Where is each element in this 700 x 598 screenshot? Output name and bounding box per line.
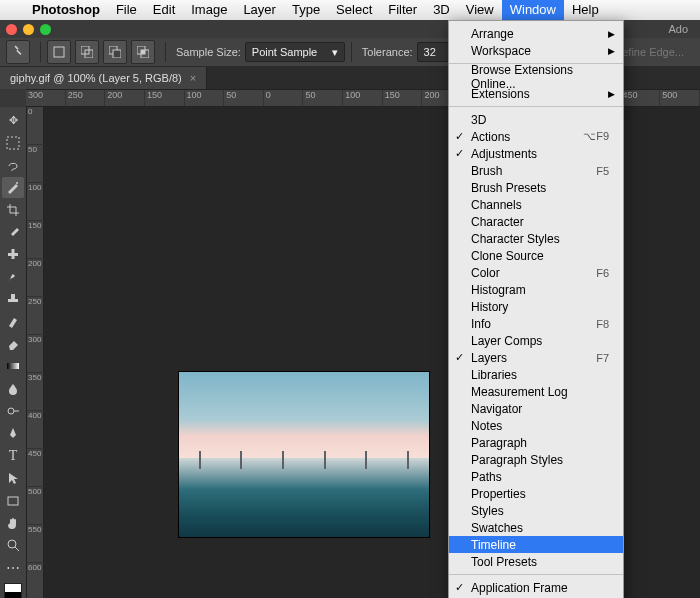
menu-item-brush-presets[interactable]: Brush Presets — [449, 179, 623, 196]
menu-item-paragraph[interactable]: Paragraph — [449, 434, 623, 451]
zoom-window-button[interactable] — [40, 24, 51, 35]
menu-select[interactable]: Select — [328, 0, 380, 20]
menu-item-tool-presets[interactable]: Tool Presets — [449, 553, 623, 570]
menu-shortcut: F7 — [596, 352, 609, 364]
sample-size-label: Sample Size: — [176, 46, 241, 58]
menu-item-application-frame[interactable]: ✓Application Frame — [449, 579, 623, 596]
menu-item-channels[interactable]: Channels — [449, 196, 623, 213]
edit-toolbar-icon[interactable]: ⋯ — [2, 558, 24, 578]
menu-item-label: Paths — [471, 470, 502, 484]
menu-filter[interactable]: Filter — [380, 0, 425, 20]
close-tab-icon[interactable]: × — [190, 72, 196, 84]
menu-item-label: Clone Source — [471, 249, 544, 263]
close-window-button[interactable] — [6, 24, 17, 35]
shape-tool-icon[interactable] — [2, 490, 24, 510]
stamp-tool-icon[interactable] — [2, 289, 24, 309]
intersect-selection-icon[interactable] — [131, 40, 155, 64]
menu-image[interactable]: Image — [183, 0, 235, 20]
menu-edit[interactable]: Edit — [145, 0, 183, 20]
menu-item-browse-extensions-online-[interactable]: Browse Extensions Online... — [449, 68, 623, 85]
color-swatch[interactable] — [4, 583, 22, 598]
menu-item-label: Channels — [471, 198, 522, 212]
eraser-tool-icon[interactable] — [2, 334, 24, 354]
subtract-selection-icon[interactable] — [103, 40, 127, 64]
menu-item-arrange[interactable]: Arrange — [449, 25, 623, 42]
menu-item-label: Extensions — [471, 87, 530, 101]
sample-size-select[interactable]: Point Sample▾ — [245, 42, 345, 62]
menu-item-label: Navigator — [471, 402, 522, 416]
menu-item-color[interactable]: ColorF6 — [449, 264, 623, 281]
tool-preset-icon[interactable] — [6, 40, 30, 64]
menu-item-libraries[interactable]: Libraries — [449, 366, 623, 383]
history-brush-icon[interactable] — [2, 311, 24, 331]
zoom-tool-icon[interactable] — [2, 535, 24, 555]
eyedropper-tool-icon[interactable] — [2, 222, 24, 242]
brush-tool-icon[interactable] — [2, 267, 24, 287]
menu-3d[interactable]: 3D — [425, 0, 458, 20]
gradient-tool-icon[interactable] — [2, 356, 24, 376]
menu-item-paragraph-styles[interactable]: Paragraph Styles — [449, 451, 623, 468]
menu-item-label: Arrange — [471, 27, 514, 41]
menu-item-properties[interactable]: Properties — [449, 485, 623, 502]
menu-item-info[interactable]: InfoF8 — [449, 315, 623, 332]
menu-layer[interactable]: Layer — [235, 0, 284, 20]
menu-window[interactable]: Window — [502, 0, 564, 20]
menu-item-workspace[interactable]: Workspace — [449, 42, 623, 59]
menu-shortcut: ⌥F9 — [583, 130, 609, 143]
menu-type[interactable]: Type — [284, 0, 328, 20]
path-select-tool-icon[interactable] — [2, 468, 24, 488]
menu-item-timeline[interactable]: Timeline — [449, 536, 623, 553]
menu-item-swatches[interactable]: Swatches — [449, 519, 623, 536]
menu-item-label: Actions — [471, 130, 510, 144]
menu-item-paths[interactable]: Paths — [449, 468, 623, 485]
lasso-tool-icon[interactable] — [2, 155, 24, 175]
menu-item-clone-source[interactable]: Clone Source — [449, 247, 623, 264]
hand-tool-icon[interactable] — [2, 513, 24, 533]
menu-item-notes[interactable]: Notes — [449, 417, 623, 434]
menu-item-adjustments[interactable]: ✓Adjustments — [449, 145, 623, 162]
menu-item-label: Character — [471, 215, 524, 229]
menu-item-actions[interactable]: ✓Actions⌥F9 — [449, 128, 623, 145]
menu-item-label: Swatches — [471, 521, 523, 535]
marquee-tool-icon[interactable] — [2, 132, 24, 152]
check-icon: ✓ — [455, 581, 464, 594]
crop-tool-icon[interactable] — [2, 200, 24, 220]
check-icon: ✓ — [455, 351, 464, 364]
menu-item-label: Application Frame — [471, 581, 568, 595]
ruler-tick: 450 — [27, 449, 45, 487]
ruler-tick: 300 — [26, 90, 66, 106]
app-menu[interactable]: Photoshop — [24, 0, 108, 20]
type-tool-icon[interactable]: T — [2, 446, 24, 466]
menu-item-histogram[interactable]: Histogram — [449, 281, 623, 298]
menu-help[interactable]: Help — [564, 0, 607, 20]
pen-tool-icon[interactable] — [2, 423, 24, 443]
ruler-tick: 200 — [27, 259, 45, 297]
healing-tool-icon[interactable] — [2, 244, 24, 264]
menu-item-extensions[interactable]: Extensions — [449, 85, 623, 102]
svg-rect-7 — [141, 50, 145, 54]
minimize-window-button[interactable] — [23, 24, 34, 35]
menu-item-layers[interactable]: ✓LayersF7 — [449, 349, 623, 366]
move-tool-icon[interactable]: ✥ — [2, 110, 24, 130]
add-selection-icon[interactable] — [75, 40, 99, 64]
menu-item-history[interactable]: History — [449, 298, 623, 315]
menu-separator — [449, 106, 623, 107]
blur-tool-icon[interactable] — [2, 379, 24, 399]
menu-item-character-styles[interactable]: Character Styles — [449, 230, 623, 247]
menu-item-brush[interactable]: BrushF5 — [449, 162, 623, 179]
menu-item-styles[interactable]: Styles — [449, 502, 623, 519]
menu-item-measurement-log[interactable]: Measurement Log — [449, 383, 623, 400]
menu-file[interactable]: File — [108, 0, 145, 20]
menu-item-navigator[interactable]: Navigator — [449, 400, 623, 417]
menu-item-layer-comps[interactable]: Layer Comps — [449, 332, 623, 349]
menu-item-character[interactable]: Character — [449, 213, 623, 230]
menu-item-3d[interactable]: 3D — [449, 111, 623, 128]
dodge-tool-icon[interactable] — [2, 401, 24, 421]
magic-wand-tool-icon[interactable] — [2, 177, 24, 197]
new-selection-icon[interactable] — [47, 40, 71, 64]
ruler-tick: 450 — [621, 90, 661, 106]
menu-view[interactable]: View — [458, 0, 502, 20]
svg-rect-0 — [54, 47, 64, 57]
document-canvas[interactable] — [179, 372, 429, 537]
document-tab[interactable]: giphy.gif @ 100% (Layer 5, RGB/8) × — [0, 67, 207, 89]
